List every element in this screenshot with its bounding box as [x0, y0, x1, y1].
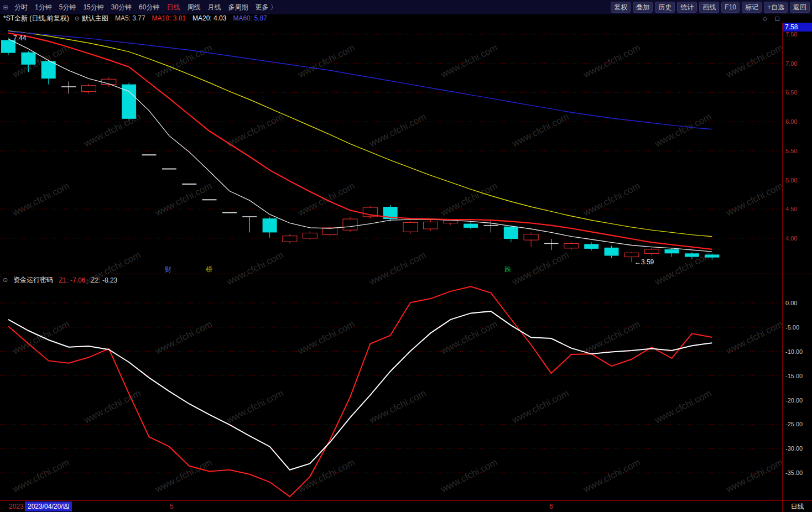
adjust-rights-button[interactable]: 复权 [611, 2, 631, 13]
ma20-value: MA20: 4.03 [192, 14, 226, 23]
month-marker: 6 [549, 503, 553, 510]
tab-60min[interactable]: 60分钟 [139, 3, 159, 12]
tab-timeshare[interactable]: 分时 [14, 3, 28, 12]
price-axis-label: 7.50 [785, 30, 797, 39]
month-marker: 5 [170, 503, 174, 510]
ma5-value: MA5: 3.77 [115, 14, 145, 23]
indicator-axis: 0.00-5.00-10.00-15.00-20.00-25.00-30.00-… [782, 274, 812, 501]
indicator-name[interactable]: 资金运行密码 [13, 275, 53, 285]
price-axis-label: 7.00 [785, 60, 797, 68]
candle-body-down[interactable] [685, 253, 699, 257]
price-axis-label: 4.00 [785, 234, 797, 243]
indicator-axis-label: -5.00 [785, 323, 799, 332]
tab-daily[interactable]: 日线 [166, 3, 180, 12]
event-marker[interactable]: 财 [165, 265, 171, 273]
top-toolbar: ⊞ 分时 1分钟 5分钟 15分钟 30分钟 60分钟 日线 周线 月线 多周期… [0, 0, 812, 14]
main-chart-panel: 7.44←3.59财榜跌 7.58 7.507.006.506.005.505.… [0, 23, 812, 274]
candle-body-up[interactable] [283, 236, 297, 242]
candle-body-up[interactable] [343, 219, 357, 230]
main-indicator-name[interactable]: 默认主图 [82, 14, 108, 23]
indicator-axis-label: 0.00 [785, 299, 797, 307]
candle-body-down[interactable] [705, 254, 719, 257]
tab-multiperiod[interactable]: 多周期 [228, 3, 248, 12]
history-button[interactable]: 历史 [655, 2, 675, 13]
price-axis-label: 4.50 [785, 205, 797, 213]
candlestick-chart[interactable]: 7.44←3.59财榜跌 [0, 23, 783, 274]
indicator-chart[interactable] [0, 274, 783, 500]
ma10-line [8, 33, 712, 249]
stock-app-window: ⊞ 分时 1分钟 5分钟 15分钟 30分钟 60分钟 日线 周线 月线 多周期… [0, 0, 812, 512]
indicator-panel: ⊙ 资金运行密码 Z1: -7.06 Z2: -8.23 0.00-5.00-1… [0, 274, 812, 501]
tab-30min[interactable]: 30分钟 [111, 3, 132, 12]
event-marker[interactable]: 跌 [504, 265, 511, 273]
titlebar-icons: ◇ ◻ [762, 14, 780, 23]
period-tabs: 分时 1分钟 5分钟 15分钟 30分钟 60分钟 日线 周线 月线 多周期 更… [14, 3, 277, 12]
low-price-annotation: ←3.59 [634, 258, 654, 266]
candle-body-up[interactable] [423, 222, 438, 229]
tab-15min[interactable]: 15分钟 [83, 3, 103, 12]
candle-body-up[interactable] [303, 233, 317, 238]
candle-body-up[interactable] [624, 253, 639, 257]
indicator-axis-label: -10.00 [785, 348, 803, 356]
tab-more[interactable]: 更多 〉 [255, 3, 277, 12]
ma5-line [8, 39, 712, 252]
z1-value: Z1: -7.06 [59, 276, 85, 284]
candle-body-up[interactable] [403, 222, 418, 232]
candle-body-down[interactable] [584, 244, 598, 249]
back-button[interactable]: 返回 [790, 2, 810, 13]
draw-line-button[interactable]: 画线 [699, 2, 719, 13]
candle-body-down[interactable] [41, 61, 56, 79]
price-axis-label: 5.00 [785, 176, 797, 185]
z1-line [8, 286, 712, 497]
indicator-axis-label: -25.00 [785, 420, 803, 429]
footer-period-label: 日线 [782, 501, 812, 512]
high-price-annotation: 7.44 [13, 34, 27, 42]
price-axis: 7.58 7.507.006.506.005.505.004.504.00 [782, 23, 812, 274]
tab-1min[interactable]: 1分钟 [35, 3, 52, 12]
candle-body-down[interactable] [263, 218, 277, 232]
main-indicator-toggle-icon[interactable]: ⊙ [75, 14, 80, 23]
ma60-value: MA60: 5.87 [233, 14, 267, 23]
candle-body-down[interactable] [504, 227, 518, 239]
statistics-button[interactable]: 统计 [677, 2, 697, 13]
indicator-axis-label: -30.00 [785, 445, 803, 453]
candle-body-down[interactable] [21, 53, 35, 65]
indicator-axis-label: -15.00 [785, 372, 803, 380]
add-watchlist-button[interactable]: +自选 [764, 2, 788, 13]
tab-monthly[interactable]: 月线 [207, 3, 221, 12]
candle-body-up[interactable] [323, 228, 337, 235]
tab-weekly[interactable]: 周线 [187, 3, 200, 12]
z2-line [8, 311, 712, 470]
stock-title: *ST全新 (日线,前复权) [3, 14, 69, 23]
price-axis-label: 5.50 [785, 147, 797, 155]
date-box: 2023/04/20/四 [25, 501, 72, 511]
diamond-icon[interactable]: ◇ [762, 14, 767, 23]
ma10-value: MA10: 3.81 [152, 14, 186, 23]
mark-button[interactable]: 标记 [742, 2, 762, 13]
indicator-axis-label: -35.00 [785, 469, 803, 477]
indicator-toggle-icon[interactable]: ⊙ [3, 276, 8, 284]
status-bar: 2023 2023/04/20/四 56 日线 [0, 500, 812, 512]
candle-body-down[interactable] [464, 224, 478, 228]
indicator-axis-label: -20.00 [785, 396, 803, 405]
f10-button[interactable]: F10 [721, 2, 740, 13]
price-axis-label: 6.50 [785, 88, 797, 97]
toolbar-actions: 复权 叠加 历史 统计 画线 F10 标记 +自选 返回 [611, 2, 810, 13]
indicator-header: ⊙ 资金运行密码 Z1: -7.06 Z2: -8.23 [3, 275, 117, 285]
event-marker[interactable]: 榜 [205, 265, 212, 273]
candle-body-down[interactable] [605, 248, 619, 256]
window-menu-icon[interactable]: ⊞ [1, 4, 10, 11]
overlay-button[interactable]: 叠加 [633, 2, 653, 13]
chart-title-bar: *ST全新 (日线,前复权) ⊙ 默认主图 MA5: 3.77 MA10: 3.… [0, 14, 812, 23]
panel-icon[interactable]: ◻ [775, 14, 780, 23]
tab-5min[interactable]: 5分钟 [59, 3, 76, 12]
year-label: 2023 [9, 503, 24, 510]
z2-value: Z2: -8.23 [91, 276, 117, 284]
candle-body-up[interactable] [81, 86, 96, 92]
candle-body-up[interactable] [524, 234, 538, 241]
price-axis-label: 6.00 [785, 118, 797, 126]
candle-body-down[interactable] [665, 249, 679, 253]
candle-body-up[interactable] [644, 249, 659, 253]
candle-body-up[interactable] [564, 243, 579, 248]
